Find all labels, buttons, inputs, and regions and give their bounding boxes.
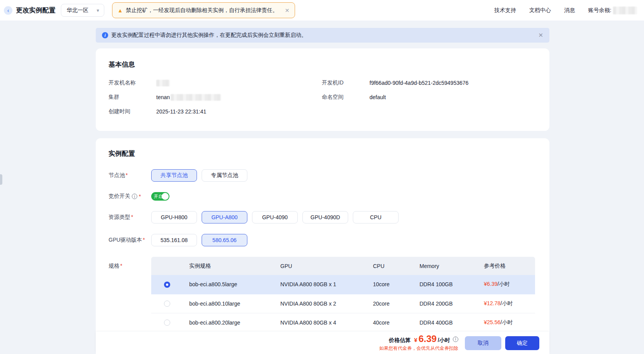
top-bar: ‹ 更改实例配置 华北一区 ▼ ▲ 禁止挖矿，一经发现后自动删除相关实例，自行承…: [0, 0, 644, 21]
spec-cpu: 10core: [373, 275, 420, 294]
spot-info-icon[interactable]: i: [132, 194, 137, 199]
drawer-handle[interactable]: [0, 174, 2, 185]
toggle-knob: [162, 193, 169, 200]
basic-info-card: 基本信息 开发机名称 开发机ID f9f66ad0-90fd-4a9d-b521…: [96, 48, 549, 131]
field-dev-name-label: 开发机名称: [109, 79, 156, 86]
instance-config-title: 实例配置: [109, 149, 537, 158]
spec-label: 规格: [109, 263, 122, 270]
notice-banner: i 更改实例配置过程中请勿进行其他实例操作，在更配完成后实例会立刻重新启动。 ✕: [96, 28, 549, 43]
spec-memory: DDR4 400GB: [420, 313, 484, 332]
field-cluster: 集群 tenan: [109, 94, 322, 101]
field-dev-name: 开发机名称: [109, 79, 322, 86]
spec-gpu: NVIDIA A800 80GB x 1: [280, 275, 373, 294]
warning-triangle-icon: ▲: [117, 8, 123, 13]
driver-option-580[interactable]: 580.65.06: [202, 234, 247, 246]
resource-option-gpu-4090d[interactable]: GPU-4090D: [302, 211, 348, 223]
field-created-label: 创建时间: [109, 108, 156, 115]
field-cluster-label: 集群: [109, 94, 156, 101]
field-namespace-label: 命名空间: [322, 94, 369, 101]
price-unit: /小时: [438, 337, 450, 344]
coupon-note: 如果您有代金券，会优先从代金券扣除: [379, 345, 458, 352]
resource-option-gpu-h800[interactable]: GPU-H800: [151, 211, 197, 223]
cluster-value-prefix: tenan: [156, 94, 170, 100]
spec-gpu: NVIDIA A800 80GB x 4: [280, 313, 373, 332]
nav-support[interactable]: 技术支持: [494, 7, 516, 14]
instance-config-card: 实例配置 节点池 共享节点池 专属节点池 竞价开关 i * 开启 资源类型 GP…: [96, 138, 549, 354]
account-balance-label: 账号余额:: [588, 7, 611, 14]
node-pool-label: 节点池: [109, 172, 128, 179]
price-amount: 6.39: [418, 334, 437, 344]
footer-bar: 价格估算 ¥ 6.39 /小时 i 如果您有代金券，会优先从代金券扣除 取消 确…: [96, 332, 549, 354]
spec-memory: DDR4 200GB: [420, 294, 484, 313]
back-button[interactable]: ‹: [4, 6, 12, 15]
region-selector-value: 华北一区: [67, 7, 88, 14]
created-value: 2025-11-23 22:31:41: [156, 108, 206, 115]
namespace-value: default: [369, 94, 386, 100]
spec-gpu: NVIDIA A800 80GB x 2: [280, 294, 373, 313]
field-dev-id-label: 开发机ID: [322, 79, 369, 86]
dev-name-redacted: [156, 80, 170, 86]
spec-header-row: 实例规格 GPU CPU Memory 参考价格: [151, 257, 535, 275]
spec-col-price: 参考价格: [484, 257, 535, 275]
gpu-driver-label: GPU驱动版本: [109, 237, 145, 244]
spec-col-cpu: CPU: [373, 257, 420, 275]
price-estimate: 价格估算 ¥ 6.39 /小时 i 如果您有代金券，会优先从代金券扣除: [379, 334, 458, 352]
spec-radio[interactable]: [164, 301, 170, 307]
node-pool-row: 节点池 共享节点池 专属节点池: [109, 169, 537, 182]
region-selector[interactable]: 华北一区 ▼: [61, 4, 104, 17]
field-created: 创建时间 2025-11-23 22:31:41: [109, 108, 322, 115]
node-pool-option-shared[interactable]: 共享节点池: [151, 169, 197, 182]
spot-required-mark: *: [139, 193, 141, 199]
spec-cpu: 40core: [373, 313, 420, 332]
spec-col-name: 实例规格: [189, 257, 280, 275]
back-chevron-icon: ‹: [7, 7, 9, 14]
resource-type-row: 资源类型 GPU-H800 GPU-A800 GPU-4090 GPU-4090…: [109, 211, 537, 223]
confirm-button[interactable]: 确定: [505, 336, 539, 350]
field-namespace: 命名空间 default: [322, 94, 537, 101]
spec-price: ¥12.78/小时: [484, 294, 535, 313]
account-balance-redacted: [613, 7, 637, 14]
resource-option-cpu[interactable]: CPU: [353, 211, 399, 223]
gpu-driver-row: GPU驱动版本 535.161.08 580.65.06: [109, 234, 537, 246]
resource-type-label: 资源类型: [109, 214, 133, 221]
node-pool-option-dedicated[interactable]: 专属节点池: [202, 169, 247, 182]
spec-name: bob-eci.a800.5large: [189, 275, 280, 294]
notice-text: 更改实例配置过程中请勿进行其他实例操作，在更配完成后实例会立刻重新启动。: [111, 32, 307, 39]
spot-toggle[interactable]: 开启: [151, 192, 169, 201]
chevron-down-icon: ▼: [96, 8, 100, 13]
driver-option-535[interactable]: 535.161.08: [151, 234, 197, 246]
resource-option-gpu-4090[interactable]: GPU-4090: [252, 211, 298, 223]
spec-col-memory: Memory: [420, 257, 484, 275]
spec-table: 实例规格 GPU CPU Memory 参考价格 bob-eci.a800.5l…: [151, 257, 535, 332]
top-nav: 技术支持 文档中心 消息 账号余额:: [494, 7, 637, 14]
spec-row[interactable]: bob-eci.a800.5large NVIDIA A800 80GB x 1…: [151, 275, 535, 294]
resource-option-gpu-a800[interactable]: GPU-A800: [202, 211, 247, 223]
notice-close-icon[interactable]: ✕: [538, 32, 543, 39]
nav-docs[interactable]: 文档中心: [529, 7, 551, 14]
basic-info-grid: 开发机名称 开发机ID f9f66ad0-90fd-4a9d-b521-2dc5…: [109, 79, 537, 115]
spec-radio[interactable]: [164, 282, 170, 288]
spec-radio[interactable]: [164, 320, 170, 326]
spec-memory: DDR4 100GB: [420, 275, 484, 294]
price-info-icon[interactable]: i: [453, 337, 458, 342]
spot-toggle-state: 开启: [154, 194, 162, 199]
spec-price: ¥25.56/小时: [484, 313, 535, 332]
cancel-button[interactable]: 取消: [465, 336, 501, 350]
basic-info-title: 基本信息: [109, 60, 537, 69]
field-dev-id: 开发机ID f9f66ad0-90fd-4a9d-b521-2dc5949536…: [322, 79, 537, 86]
cluster-redacted: [171, 94, 221, 101]
price-estimate-label: 价格估算: [389, 337, 411, 344]
spec-row[interactable]: bob-eci.a800.20large NVIDIA A800 80GB x …: [151, 313, 535, 332]
warning-text: 禁止挖矿，一经发现后自动删除相关实例，自行承担法律责任。: [126, 7, 278, 14]
spec-name: bob-eci.a800.20large: [189, 313, 280, 332]
spot-switch-row: 竞价开关 i * 开启: [109, 192, 537, 201]
nav-messages[interactable]: 消息: [564, 7, 575, 14]
spec-row[interactable]: bob-eci.a800.10large NVIDIA A800 80GB x …: [151, 294, 535, 313]
page-title: 更改实例配置: [16, 6, 55, 15]
warning-banner: ▲ 禁止挖矿，一经发现后自动删除相关实例，自行承担法律责任。 ✕: [112, 2, 295, 18]
warning-close-icon[interactable]: ✕: [285, 7, 290, 14]
spec-price: ¥6.39/小时: [484, 275, 535, 294]
spec-col-radio: [151, 257, 189, 275]
info-icon: i: [102, 32, 108, 38]
spec-row-wrap: 规格 实例规格 GPU CPU Memory 参考价格 bob-eci.a800…: [109, 257, 537, 332]
